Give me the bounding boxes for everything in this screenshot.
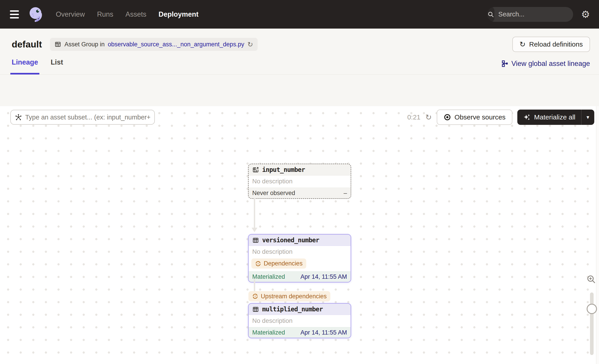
asset-group-label: Asset Group in [64,41,105,48]
tab-list[interactable]: List [51,58,63,74]
observe-sources-button[interactable]: Observe sources [437,110,512,125]
refresh-icon[interactable]: ↻ [247,41,253,48]
nav-item-overview[interactable]: Overview [56,10,85,18]
materialize-sparkle-icon [523,113,531,121]
dependencies-changed-tag[interactable]: ! Dependencies [251,259,306,269]
asset-subset-filter[interactable] [10,110,155,125]
svg-text:!: ! [255,295,256,298]
status-label: Materialized [252,329,285,336]
asset-group-file-link[interactable]: observable_source_ass..._non_argument_de… [108,41,244,48]
status-value: – [344,190,347,197]
asset-node-input-number[interactable]: input_number No description Never observ… [248,164,351,199]
hamburger-menu-icon[interactable] [10,10,20,18]
asset-node-versioned-number[interactable]: versioned_number No description ! Depend… [248,234,351,283]
asset-name: versioned_number [262,236,319,244]
status-timestamp: Apr 14, 11:55 AM [300,273,347,280]
lineage-graph-icon [501,60,508,67]
nav-item-deployment[interactable]: Deployment [159,10,198,18]
nav-item-runs[interactable]: Runs [97,10,113,18]
page-title: default [12,39,42,50]
asset-node-multiplied-number[interactable]: multiplied_number No description Materia… [248,303,351,338]
asset-name: input_number [262,166,305,173]
status-timestamp: Apr 14, 11:55 AM [300,329,347,336]
reload-definitions-button[interactable]: ↻ Reload definitions [512,37,590,52]
changed-sync-icon: ! [255,260,261,267]
table-icon [252,306,259,313]
asset-graph-icon [15,114,22,121]
asset-status-row: Never observed – [249,188,351,198]
global-search[interactable]: / [487,7,573,22]
tab-bar: Lineage List View global asset lineage [0,54,599,75]
lineage-canvas[interactable]: 0:21 ↻ Observe sources Materialize all ▾ [0,106,599,364]
reload-icon: ↻ [520,40,526,49]
upstream-dependencies-tag[interactable]: ! Upstream dependencies [248,291,330,302]
status-label: Materialized [252,273,285,280]
view-global-asset-lineage-link[interactable]: View global asset lineage [501,60,590,74]
top-navbar: Overview Runs Assets Deployment / ⚙ [0,0,599,29]
asset-description: No description [249,175,351,188]
page-header: default Asset Group in observable_source… [0,29,599,54]
asset-status-row: Materialized Apr 14, 11:55 AM [249,271,351,282]
observable-table-icon [252,166,259,173]
dagster-logo[interactable] [27,6,44,23]
table-icon [252,237,259,244]
changed-sync-icon: ! [252,293,258,299]
status-label: Never observed [252,190,295,197]
edge-versioned-to-multiplied [254,279,255,293]
observe-eye-icon [443,113,451,121]
edge-input-to-versioned [254,198,255,228]
lineage-toolbar: 0:21 ↻ Observe sources Materialize all ▾ [10,110,594,125]
nav-links: Overview Runs Assets Deployment [56,10,198,18]
asset-description: No description [249,246,351,258]
materialize-dropdown-caret[interactable]: ▾ [581,110,594,125]
zoom-slider-track[interactable] [590,293,594,355]
asset-name: multiplied_number [262,305,323,313]
asset-group-pill: Asset Group in observable_source_ass..._… [50,38,257,51]
asset-description: No description [249,315,351,327]
table-icon [54,41,61,48]
materialize-all-button[interactable]: Materialize all ▾ [517,110,594,125]
settings-gear-icon[interactable]: ⚙ [581,9,590,19]
nav-item-assets[interactable]: Assets [125,10,147,18]
search-input[interactable] [494,11,573,18]
edge-arrowhead [252,228,257,232]
zoom-in-icon[interactable] [586,275,596,284]
asset-status-row: Materialized Apr 14, 11:55 AM [249,327,351,338]
zoom-slider-thumb[interactable] [587,304,597,314]
graph-refresh-icon[interactable]: ↻ [425,113,432,122]
svg-text:!: ! [258,262,259,265]
asset-subset-input[interactable] [25,114,150,121]
tab-lineage[interactable]: Lineage [12,58,38,74]
refresh-timer: 0:21 [407,113,420,121]
search-icon [487,7,494,22]
scroll-gutter [596,106,599,364]
